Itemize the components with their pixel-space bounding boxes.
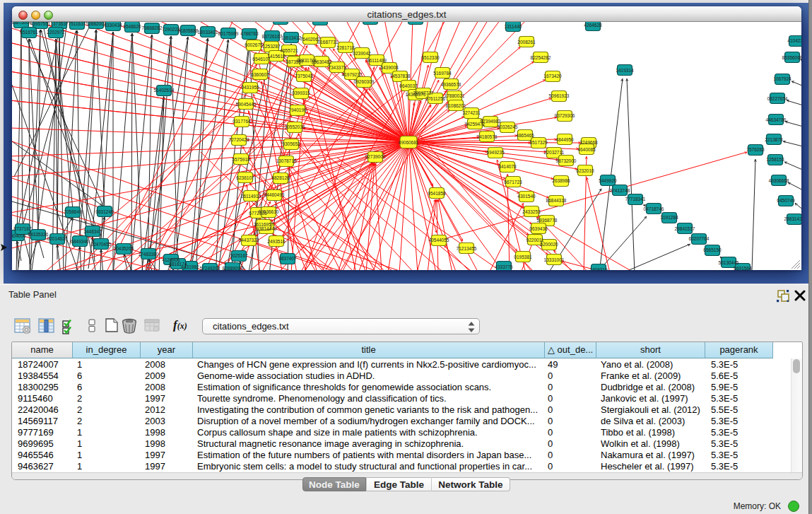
svg-text:3249668: 3249668 — [579, 140, 598, 145]
svg-text:86844318: 86844318 — [546, 198, 567, 203]
svg-text:6949235: 6949235 — [486, 150, 505, 155]
svg-text:2493516: 2493516 — [267, 239, 286, 244]
svg-text:3448347: 3448347 — [83, 229, 102, 234]
svg-text:04718746: 04718746 — [644, 206, 664, 211]
svg-text:6691564: 6691564 — [734, 266, 752, 270]
svg-text:1419314: 1419314 — [616, 68, 634, 73]
svg-text:57249208: 57249208 — [200, 266, 220, 270]
svg-text:0399315: 0399315 — [292, 90, 310, 95]
svg-text:0431955: 0431955 — [241, 85, 259, 90]
svg-text:38831701: 38831701 — [297, 58, 317, 63]
svg-text:7058649: 7058649 — [64, 209, 82, 214]
svg-text:82889093: 82889093 — [223, 266, 243, 270]
svg-text:41979237: 41979237 — [342, 72, 363, 77]
svg-text:26116957: 26116957 — [254, 222, 274, 227]
svg-text:71213455: 71213455 — [457, 246, 477, 251]
svg-text:2281718: 2281718 — [336, 45, 355, 50]
svg-text:13613412: 13613412 — [281, 35, 302, 40]
svg-text:51402614: 51402614 — [154, 88, 175, 93]
svg-text:33875004: 33875004 — [12, 22, 32, 25]
svg-text:2008261: 2008261 — [517, 40, 536, 45]
svg-text:28831436: 28831436 — [784, 216, 801, 221]
svg-text:74537838: 74537838 — [390, 74, 411, 78]
svg-text:83726167: 83726167 — [262, 34, 283, 39]
svg-text:07413748: 07413748 — [610, 188, 630, 193]
svg-text:50961923: 50961923 — [549, 93, 570, 98]
svg-text:7576283: 7576283 — [746, 147, 765, 152]
svg-text:6512330: 6512330 — [421, 55, 440, 60]
svg-text:4640085: 4640085 — [577, 147, 596, 152]
svg-text:4844950: 4844950 — [555, 137, 574, 142]
svg-text:6002675: 6002675 — [245, 42, 263, 47]
svg-text:01687731: 01687731 — [318, 40, 339, 45]
svg-text:1673420: 1673420 — [543, 74, 562, 78]
svg-text:4104234: 4104234 — [787, 38, 801, 43]
svg-text:87394983: 87394983 — [481, 119, 501, 124]
svg-text:59045440: 59045440 — [236, 102, 257, 107]
svg-text:5575918: 5575918 — [232, 157, 250, 162]
svg-text:85356068: 85356068 — [782, 55, 801, 60]
svg-text:59368778: 59368778 — [537, 218, 558, 223]
svg-text:6232010: 6232010 — [576, 168, 594, 173]
svg-text:9305652: 9305652 — [282, 141, 300, 146]
svg-text:56130445: 56130445 — [719, 260, 739, 265]
svg-text:77718341: 77718341 — [625, 197, 646, 201]
svg-text:98732000: 98732000 — [556, 158, 577, 163]
svg-text:40544055: 40544055 — [429, 238, 449, 243]
svg-text:3191284: 3191284 — [660, 215, 678, 220]
svg-text:4264628: 4264628 — [584, 23, 602, 28]
svg-text:2638986: 2638986 — [552, 178, 570, 183]
svg-text:13078716: 13078716 — [276, 158, 297, 163]
svg-text:4333776: 4333776 — [495, 264, 513, 269]
svg-text:50326245: 50326245 — [498, 124, 518, 129]
svg-text:0195381: 0195381 — [514, 255, 532, 259]
svg-text:5169784: 5169784 — [433, 71, 452, 76]
svg-text:1258153: 1258153 — [766, 157, 784, 162]
svg-text:2433253: 2433253 — [522, 209, 541, 214]
svg-text:0640037: 0640037 — [399, 83, 418, 88]
svg-text:7343373: 7343373 — [328, 65, 346, 70]
svg-text:6516761: 6516761 — [20, 30, 38, 35]
svg-text:60536630: 60536630 — [259, 209, 279, 214]
svg-text:22032711: 22032711 — [544, 150, 565, 155]
svg-text:18033401: 18033401 — [198, 30, 218, 35]
svg-text:2202972: 2202972 — [47, 30, 65, 35]
svg-text:5449920: 5449920 — [599, 178, 617, 183]
svg-text:2213878: 2213878 — [765, 137, 783, 142]
svg-text:82254282: 82254282 — [531, 55, 551, 60]
svg-text:49306668: 49306668 — [769, 178, 789, 183]
svg-text:84335326: 84335326 — [28, 232, 49, 237]
svg-text:44634786: 44634786 — [766, 117, 787, 122]
svg-text:24180578: 24180578 — [477, 134, 498, 139]
svg-text:54437323: 54437323 — [239, 238, 259, 243]
svg-text:29841537: 29841537 — [675, 226, 695, 231]
svg-text:4865465: 4865465 — [516, 133, 534, 138]
svg-text:0025167: 0025167 — [230, 253, 248, 258]
svg-text:1373537: 1373537 — [50, 22, 69, 26]
svg-text:7940199: 7940199 — [288, 107, 307, 112]
svg-text:81086201: 81086201 — [446, 103, 466, 108]
svg-text:0831240: 0831240 — [95, 209, 114, 214]
svg-text:80175989: 80175989 — [218, 31, 239, 36]
svg-text:93729306: 93729306 — [555, 113, 575, 118]
svg-text:60207764: 60207764 — [689, 236, 710, 241]
svg-text:0239042: 0239042 — [353, 51, 371, 56]
svg-text:6360607: 6360607 — [251, 72, 269, 77]
svg-text:6671723: 6671723 — [504, 180, 522, 185]
svg-text:0317764: 0317764 — [233, 119, 251, 124]
svg-text:8414078: 8414078 — [498, 164, 517, 169]
svg-text:7375043: 7375043 — [295, 74, 313, 78]
svg-text:6236107: 6236107 — [236, 175, 254, 180]
svg-text:9541858: 9541858 — [428, 191, 446, 196]
svg-text:4788783: 4788783 — [240, 31, 259, 36]
svg-text:6565150: 6565150 — [703, 247, 722, 252]
svg-text:6546107: 6546107 — [252, 57, 271, 62]
svg-text:64460495: 64460495 — [264, 192, 285, 197]
svg-text:30552034: 30552034 — [285, 124, 305, 129]
svg-text:5517329: 5517329 — [529, 140, 548, 145]
svg-text:1253287: 1253287 — [262, 44, 281, 49]
svg-text:5200020: 5200020 — [540, 242, 558, 247]
svg-text:4504000: 4504000 — [12, 233, 26, 238]
svg-text:7409319: 7409319 — [589, 267, 608, 270]
svg-text:79868282: 79868282 — [142, 25, 163, 30]
